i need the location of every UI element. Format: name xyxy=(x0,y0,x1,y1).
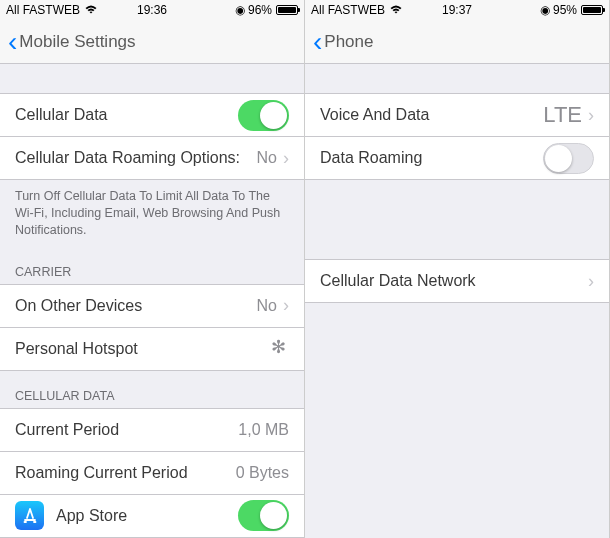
back-button[interactable]: ‹ Mobile Settings xyxy=(8,28,136,56)
data-roaming-row[interactable]: Data Roaming xyxy=(305,136,609,180)
roaming-options-row[interactable]: Cellular Data Roaming Options: No › xyxy=(0,136,304,180)
footer-help-text: Turn Off Cellular Data To Limit All Data… xyxy=(0,180,304,247)
row-label: Cellular Data xyxy=(15,106,238,124)
battery-percent: ◉ 95% xyxy=(540,3,577,17)
row-label: Cellular Data Roaming Options: xyxy=(15,149,257,167)
status-bar: All FASTWEB 19:37 ◉ 95% xyxy=(305,0,609,20)
cellular-data-toggle[interactable] xyxy=(238,100,289,131)
carrier-label: All FASTWEB xyxy=(6,3,80,17)
row-label: Personal Hotspot xyxy=(15,340,271,358)
row-label: App Store xyxy=(56,507,238,525)
row-value: No xyxy=(257,149,277,167)
row-value: No xyxy=(257,297,277,315)
screen-mobile-settings: All FASTWEB 19:36 ◉ 96% ‹ Mobile Setting… xyxy=(0,0,305,538)
content: Cellular Data Cellular Data Roaming Opti… xyxy=(0,64,304,538)
other-devices-row[interactable]: On Other Devices No › xyxy=(0,284,304,328)
nav-bar: ‹ Phone xyxy=(305,20,609,64)
cellular-data-network-row[interactable]: Cellular Data Network › xyxy=(305,259,609,303)
screen-phone: All FASTWEB 19:37 ◉ 95% ‹ Phone Voice An… xyxy=(305,0,610,538)
clock: 19:37 xyxy=(442,3,472,17)
wifi-icon xyxy=(84,3,98,17)
nav-title: Phone xyxy=(324,32,373,52)
content: Voice And Data LTE › Data Roaming Cellul… xyxy=(305,64,609,538)
loading-spinner-icon xyxy=(271,340,289,358)
roaming-period-row: Roaming Current Period 0 Bytes xyxy=(0,451,304,495)
back-button[interactable]: ‹ Phone xyxy=(313,28,374,56)
status-bar: All FASTWEB 19:36 ◉ 96% xyxy=(0,0,304,20)
carrier-label: All FASTWEB xyxy=(311,3,385,17)
chevron-right-icon: › xyxy=(283,295,289,316)
personal-hotspot-row[interactable]: Personal Hotspot xyxy=(0,327,304,371)
app-store-toggle[interactable] xyxy=(238,500,289,531)
battery-icon xyxy=(276,5,298,15)
row-label: Data Roaming xyxy=(320,149,543,167)
row-label: On Other Devices xyxy=(15,297,257,315)
clock: 19:36 xyxy=(137,3,167,17)
app-store-icon xyxy=(15,501,44,530)
nav-bar: ‹ Mobile Settings xyxy=(0,20,304,64)
data-roaming-toggle[interactable] xyxy=(543,143,594,174)
row-value: 0 Bytes xyxy=(236,464,289,482)
voice-and-data-row[interactable]: Voice And Data LTE › xyxy=(305,93,609,137)
wifi-icon xyxy=(389,3,403,17)
current-period-row: Current Period 1,0 MB xyxy=(0,408,304,452)
battery-icon xyxy=(581,5,603,15)
chevron-left-icon: ‹ xyxy=(8,28,17,56)
cellular-data-header: CELLULAR DATA xyxy=(0,371,304,409)
chevron-right-icon: › xyxy=(588,105,594,126)
chevron-left-icon: ‹ xyxy=(313,28,322,56)
row-label: Voice And Data xyxy=(320,106,543,124)
row-label: Cellular Data Network xyxy=(320,272,582,290)
app-store-row[interactable]: App Store xyxy=(0,494,304,538)
chevron-right-icon: › xyxy=(588,271,594,292)
row-label: Roaming Current Period xyxy=(15,464,236,482)
row-label: Current Period xyxy=(15,421,238,439)
cellular-data-row[interactable]: Cellular Data xyxy=(0,93,304,137)
chevron-right-icon: › xyxy=(283,148,289,169)
row-value: 1,0 MB xyxy=(238,421,289,439)
row-value: LTE xyxy=(543,102,582,128)
nav-title: Mobile Settings xyxy=(19,32,135,52)
carrier-header: CARRIER xyxy=(0,247,304,285)
battery-percent: ◉ 96% xyxy=(235,3,272,17)
